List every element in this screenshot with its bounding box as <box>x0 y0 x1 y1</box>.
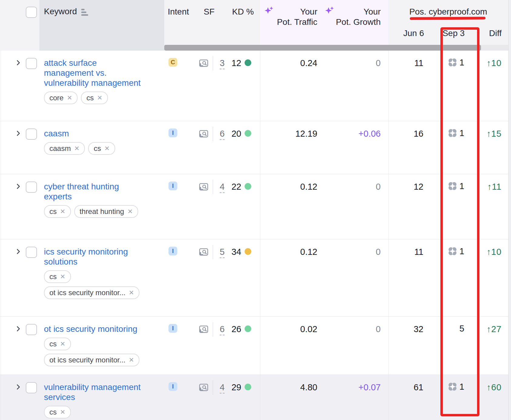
pot-growth-value: +0.06 <box>359 129 381 138</box>
keyword-column-header[interactable]: Keyword <box>44 7 88 16</box>
row-controls-cell <box>0 375 39 420</box>
close-icon[interactable]: ✕ <box>127 208 133 215</box>
tag-label: core <box>49 94 64 102</box>
keyword-link[interactable]: ot ics security monitoring <box>44 324 137 334</box>
pot-traffic-cell: 0.24 <box>260 51 320 121</box>
keyword-link[interactable]: vulnerability management services <box>44 382 145 402</box>
keyword-link[interactable]: cyber threat hunting experts <box>44 182 145 202</box>
tag-list: cs✕ot ics security monitor...✕ <box>44 270 153 299</box>
chevron-right-icon[interactable] <box>15 183 22 190</box>
row-checkbox[interactable] <box>26 382 37 393</box>
diff-cell: ↑27 <box>479 317 508 375</box>
chevron-right-icon[interactable] <box>15 383 22 391</box>
intent-cell: I <box>164 174 192 239</box>
chevron-right-icon[interactable] <box>15 325 22 332</box>
close-icon[interactable]: ✕ <box>60 340 65 348</box>
position-column-header: Pos. cyberproof.com <box>388 7 508 17</box>
close-icon[interactable]: ✕ <box>74 145 80 152</box>
kd-cell: 26 <box>226 317 260 375</box>
chevron-right-icon[interactable] <box>15 130 22 137</box>
sf-value[interactable]: 4 <box>220 182 225 193</box>
table-body: attack surface management vs. vulnerabil… <box>0 51 511 420</box>
sf-value[interactable]: 6 <box>220 325 225 335</box>
sf-divider <box>213 180 213 194</box>
tag-pill[interactable]: core✕ <box>44 92 78 104</box>
keyword-link[interactable]: attack surface management vs. vulnerabil… <box>44 58 145 88</box>
pot-traffic-value: 4.80 <box>300 382 317 392</box>
kd-cell: 34 <box>226 239 260 316</box>
keyword-link[interactable]: ics security monitoring solutions <box>44 247 145 267</box>
jun6-position-value: 32 <box>414 324 423 334</box>
table-row: vulnerability management servicescs✕vuln… <box>0 375 511 420</box>
close-icon[interactable]: ✕ <box>60 408 65 416</box>
kd-cell: 22 <box>226 174 260 239</box>
table-row: ics security monitoring solutionscs✕ot i… <box>0 239 511 317</box>
keyword-link[interactable]: caasm <box>44 128 69 138</box>
tag-pill[interactable]: ot ics security monitor...✕ <box>44 286 139 299</box>
serp-features-icon <box>199 182 209 192</box>
sf-divider <box>213 245 213 259</box>
tag-pill[interactable]: caasm✕ <box>44 142 85 155</box>
tag-label: caasm <box>49 144 71 153</box>
sf-value[interactable]: 3 <box>220 58 225 69</box>
kd-difficulty-dot <box>245 130 251 137</box>
keyword-cell: cyber threat hunting expertscs✕threat hu… <box>39 174 164 239</box>
close-icon[interactable]: ✕ <box>104 145 110 152</box>
diff-value: ↑11 <box>487 182 502 192</box>
tag-pill[interactable]: threat hunting✕ <box>74 205 138 218</box>
close-icon[interactable]: ✕ <box>129 356 134 364</box>
sf-value[interactable]: 6 <box>220 129 225 140</box>
tag-pill[interactable]: cs✕ <box>44 406 71 418</box>
row-checkbox[interactable] <box>26 182 37 193</box>
close-icon[interactable]: ✕ <box>129 289 134 296</box>
close-icon[interactable]: ✕ <box>67 94 72 102</box>
intent-cell: C <box>164 51 192 121</box>
diff-value: ↑27 <box>486 324 502 334</box>
annotation-underline <box>410 17 486 20</box>
sf-cell: 6 <box>192 121 226 174</box>
tag-label: ot ics security monitor... <box>49 288 125 297</box>
table-header: Keyword Intent SF KD % Your Pot. Traffic… <box>0 0 511 51</box>
tag-list: cs✕vulnerability manage...✕ <box>44 406 153 420</box>
row-checkbox[interactable] <box>26 247 37 258</box>
sf-value[interactable]: 4 <box>220 383 225 394</box>
sf-cell: 4 <box>192 375 226 420</box>
table-left-border <box>1 51 1 420</box>
tag-label: cs <box>94 144 101 153</box>
tag-pill[interactable]: cs✕ <box>44 338 71 350</box>
chevron-right-icon[interactable] <box>15 59 22 66</box>
sort-bars-icon[interactable] <box>81 9 88 16</box>
pot-traffic-cell: 0.02 <box>260 317 320 375</box>
row-checkbox[interactable] <box>26 324 37 335</box>
chevron-right-icon[interactable] <box>15 248 22 255</box>
tag-pill[interactable]: ot ics security monitor...✕ <box>44 354 139 366</box>
select-all-checkbox[interactable] <box>26 7 37 18</box>
row-checkbox[interactable] <box>26 58 37 69</box>
pot-growth-cell: 0 <box>320 317 388 375</box>
pot-growth-cell: +0.07 <box>320 375 388 420</box>
kd-difficulty-dot <box>245 59 251 66</box>
close-icon[interactable]: ✕ <box>60 273 65 280</box>
close-icon[interactable]: ✕ <box>97 94 102 102</box>
row-checkbox[interactable] <box>26 128 37 140</box>
tag-pill[interactable]: cs✕ <box>81 92 108 104</box>
tag-pill[interactable]: cs✕ <box>44 270 71 283</box>
tag-pill[interactable]: cs✕ <box>88 142 115 155</box>
jun6-position-value: 12 <box>414 182 423 192</box>
serp-features-icon <box>199 58 209 68</box>
pot-growth-cell: 0 <box>320 174 388 239</box>
horizontal-scrollbar-thumb[interactable] <box>164 45 481 51</box>
row-controls-cell <box>0 317 39 375</box>
kd-cell: 29 <box>226 375 260 420</box>
column-divider <box>388 51 389 420</box>
date-column-jun6: Jun 6 <box>388 28 424 38</box>
keyword-cell: vulnerability management servicescs✕vuln… <box>39 375 164 420</box>
sf-value[interactable]: 5 <box>220 247 225 258</box>
tag-pill[interactable]: cs✕ <box>44 205 71 218</box>
jun6-cell: 32 <box>388 317 428 375</box>
pot-traffic-cell: 4.80 <box>260 375 320 420</box>
intent-cell: I <box>164 317 192 375</box>
keyword-table-screen: Keyword Intent SF KD % Your Pot. Traffic… <box>0 0 511 420</box>
pot-traffic-value: 0.12 <box>300 247 317 257</box>
close-icon[interactable]: ✕ <box>60 208 65 215</box>
